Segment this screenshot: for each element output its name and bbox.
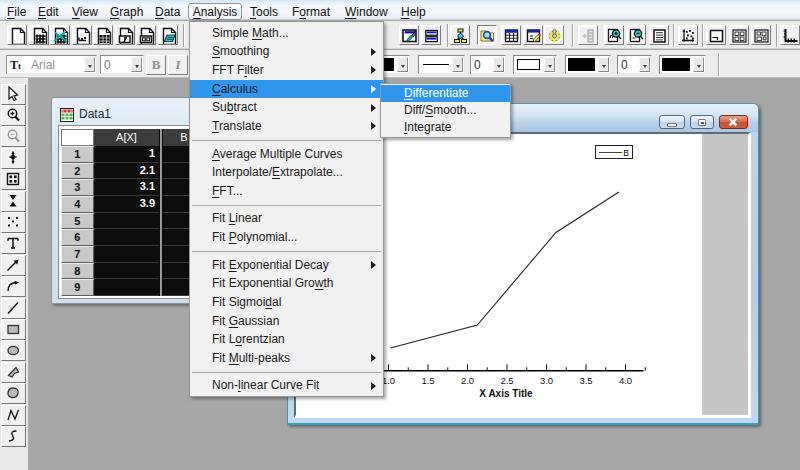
svg-text:1.0: 1.0 xyxy=(382,374,395,385)
svg-text:T: T xyxy=(10,58,18,72)
svg-text:X Axis Title: X Axis Title xyxy=(479,388,533,399)
svg-text:1.5: 1.5 xyxy=(421,374,434,385)
svg-text:3.0: 3.0 xyxy=(540,374,553,385)
svg-text:2.5: 2.5 xyxy=(500,374,513,385)
svg-text:2.0: 2.0 xyxy=(461,374,474,385)
svg-text:4.0: 4.0 xyxy=(619,374,632,385)
svg-text:t: t xyxy=(18,61,21,71)
svg-text:3.5: 3.5 xyxy=(579,374,592,385)
